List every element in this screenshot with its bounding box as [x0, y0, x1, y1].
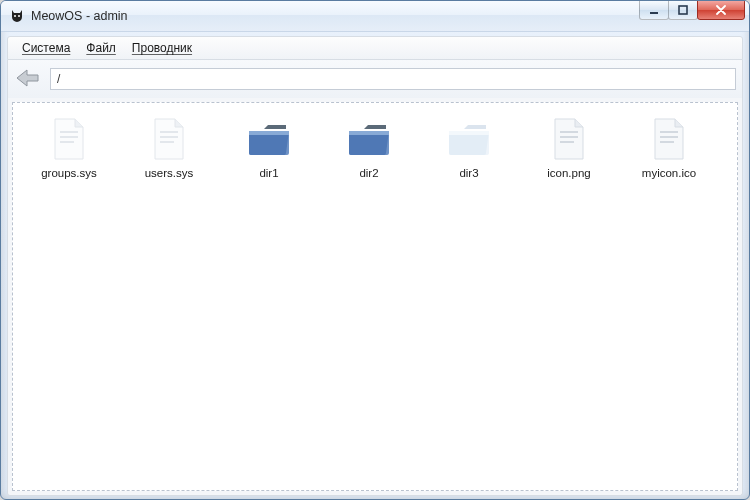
- close-button[interactable]: [697, 0, 745, 20]
- file-area[interactable]: groups.sys users.sys: [13, 103, 737, 490]
- file-label: dir1: [257, 167, 280, 181]
- folder-light-icon: [445, 115, 493, 163]
- file-item[interactable]: myicon.ico: [619, 115, 719, 203]
- svg-rect-15: [660, 141, 674, 143]
- menu-file[interactable]: Файл: [78, 39, 124, 57]
- file-grid: groups.sys users.sys: [19, 115, 731, 203]
- svg-point-0: [14, 15, 16, 17]
- file-item[interactable]: dir2: [319, 115, 419, 203]
- folder-icon: [245, 115, 293, 163]
- minimize-button[interactable]: [639, 0, 669, 20]
- svg-rect-2: [650, 12, 658, 14]
- file-label: myicon.ico: [640, 167, 698, 181]
- file-generic-icon: [145, 115, 193, 163]
- svg-rect-8: [160, 136, 178, 138]
- file-label: dir3: [457, 167, 480, 181]
- svg-rect-3: [679, 6, 687, 14]
- file-item[interactable]: users.sys: [119, 115, 219, 203]
- file-item[interactable]: groups.sys: [19, 115, 119, 203]
- file-label: groups.sys: [39, 167, 99, 181]
- menubar: Система Файл Проводник: [7, 36, 743, 60]
- svg-rect-14: [660, 136, 678, 138]
- titlebar[interactable]: MeowOS - admin: [1, 1, 749, 32]
- menu-system[interactable]: Система: [14, 39, 78, 57]
- path-input[interactable]: [50, 68, 736, 90]
- file-generic-icon: [45, 115, 93, 163]
- file-label: dir2: [357, 167, 380, 181]
- maximize-button[interactable]: [668, 0, 698, 20]
- cat-face-icon: [9, 8, 25, 24]
- file-item[interactable]: icon.png: [519, 115, 619, 203]
- svg-rect-11: [560, 136, 578, 138]
- svg-rect-7: [160, 131, 178, 133]
- file-label: icon.png: [545, 167, 592, 181]
- file-item[interactable]: dir1: [219, 115, 319, 203]
- content-frame: groups.sys users.sys: [7, 98, 743, 496]
- svg-rect-5: [60, 136, 78, 138]
- menu-explorer[interactable]: Проводник: [124, 39, 200, 57]
- file-label: users.sys: [143, 167, 196, 181]
- app-window: MeowOS - admin Система Файл Проводник: [0, 0, 750, 500]
- folder-icon: [345, 115, 393, 163]
- svg-rect-12: [560, 141, 574, 143]
- toolbar: [7, 60, 743, 98]
- file-generic-icon: [545, 115, 593, 163]
- back-button[interactable]: [14, 65, 42, 93]
- window-controls: [640, 6, 745, 26]
- svg-rect-9: [160, 141, 174, 143]
- file-generic-icon: [645, 115, 693, 163]
- file-area-container: groups.sys users.sys: [12, 102, 738, 491]
- svg-point-1: [18, 15, 20, 17]
- svg-rect-13: [660, 131, 678, 133]
- arrow-left-icon: [15, 67, 41, 92]
- file-item[interactable]: dir3: [419, 115, 519, 203]
- svg-rect-10: [560, 131, 578, 133]
- window-title: MeowOS - admin: [31, 9, 128, 23]
- svg-rect-6: [60, 141, 74, 143]
- svg-rect-4: [60, 131, 78, 133]
